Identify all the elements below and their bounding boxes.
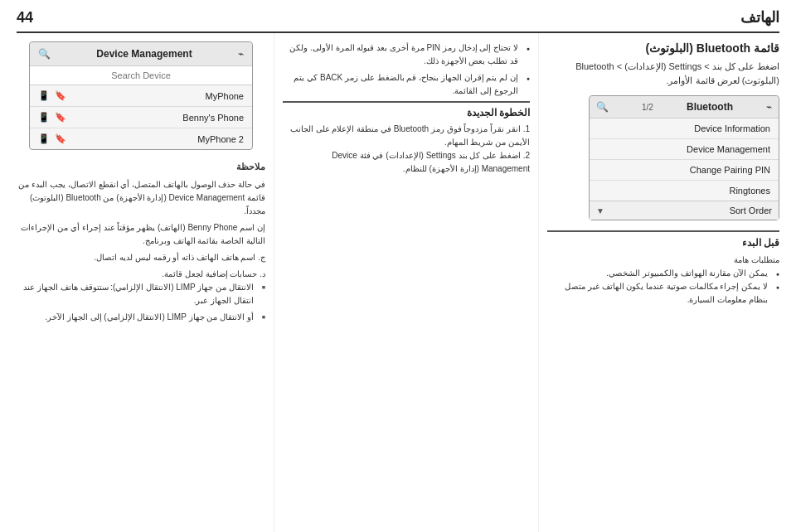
device-list: 📱 🔖 MyPhone 📱 🔖 Benny's Phone	[30, 85, 252, 149]
columns: قائمة Bluetooth (البلوتوث) اضغط على كل ب…	[0, 33, 796, 532]
bullet-item-2: لا يمكن إجراء مكالمات صوتية عندما يكون ا…	[547, 280, 779, 307]
page-container: الهاتف 44 قائمة Bluetooth (البلوتوث) اضغ…	[0, 0, 796, 532]
middle-section1-label: الخطوة الجديدة	[283, 101, 530, 118]
page-title: الهاتف	[740, 8, 779, 27]
note-sub-1: الانتقال من جهاز LIMP (الانتقال الإلزامي…	[17, 281, 265, 307]
device-panel: ⌁ Device Management 🔍 📱 🔖 MyPhone	[29, 41, 253, 150]
device-1-name: MyPhone	[66, 91, 244, 101]
bt-menu-list: Device Information Device Management Cha…	[590, 118, 779, 201]
device-panel-search-icon[interactable]: 🔍	[38, 48, 51, 60]
device-panel-title: Device Management	[96, 48, 192, 60]
device-panel-bt-icon: ⌁	[238, 48, 244, 60]
middle-step2: 2. اضغط على كل بند Settings (الإعدادات) …	[283, 149, 530, 176]
device-1-phone-icon: 📱	[38, 90, 50, 101]
device-2-icons: 📱 🔖	[38, 112, 66, 123]
device-item-1[interactable]: 📱 🔖 MyPhone	[30, 85, 252, 107]
device-3-icons: 📱 🔖	[38, 133, 66, 144]
bt-page-indicator: 1/2	[642, 103, 653, 112]
middle-bullet-1: لا تحتاج إلى إدخال رمز PIN مرة أخرى بعد …	[283, 41, 530, 68]
note-section: ملاحظة في حالة حذف الوصول بالهاتف المتصل…	[17, 160, 265, 324]
device-1-icons: 📱 🔖	[38, 90, 66, 101]
note-para-2: إن اسم Benny Phone (الهاتف) يظهر مؤقتاً …	[17, 221, 265, 248]
device-3-bookmark-icon: 🔖	[55, 133, 66, 144]
bt-sort-order-label: Sort Order	[730, 206, 772, 215]
middle-step1: 1. انقر نقراً مزدوجاً فوق رمز Bluetooth …	[283, 123, 530, 149]
right-section1-text: اضغط على كل بند > Settings (الإعدادات) >…	[547, 60, 779, 87]
note-para-1: في حالة حذف الوصول بالهاتف المتصل، أي ان…	[17, 178, 265, 218]
bluetooth-icon: ⌁	[766, 101, 772, 113]
middle-bullet-2: إن لم يتم إقران الجهاز بنجاح، قم بالضغط …	[283, 71, 530, 98]
page-header: الهاتف 44	[17, 8, 779, 33]
right-section2-heading: قبل البدء	[547, 230, 779, 249]
bullet-item-1: يمكن الآن مقارنة الهواتف والكمبيوتر الشخ…	[547, 267, 779, 280]
bt-panel-header: ⌁ Bluetooth 1/2 🔍	[590, 96, 779, 118]
right-column: قائمة Bluetooth (البلوتوث) اضغط على كل ب…	[539, 33, 796, 532]
note-para-4: د. حسابات إضافية لجعل قائمة.	[17, 268, 265, 281]
bluetooth-panel: ⌁ Bluetooth 1/2 🔍 Device Information Dev…	[589, 95, 779, 220]
device-2-phone-icon: 📱	[38, 112, 50, 123]
bt-panel-title: Bluetooth	[687, 101, 733, 113]
device-item-3[interactable]: 📱 🔖 MyPhone 2	[30, 128, 252, 149]
device-search-bar[interactable]	[30, 66, 252, 85]
bt-menu-change-pin[interactable]: Change Pairing PIN	[590, 160, 779, 181]
note-heading: ملاحظة	[17, 160, 265, 175]
bt-dropdown-arrow-icon: ▼	[596, 206, 604, 215]
device-item-2[interactable]: 📱 🔖 Benny's Phone	[30, 107, 252, 128]
bt-search-icon[interactable]: 🔍	[596, 101, 609, 113]
note-para-3: ج. اسم هاتف الهاتف ذاته أو رقمه ليس لديه…	[17, 251, 265, 264]
page-number: 44	[17, 9, 33, 27]
bt-sort-order-row[interactable]: Sort Order ▼	[590, 201, 779, 220]
right-section1-title: قائمة Bluetooth (البلوتوث)	[547, 41, 779, 55]
middle-column: لا تحتاج إلى إدخال رمز PIN مرة أخرى بعد …	[274, 33, 539, 532]
right-section2-subtitle: متطلبات هامة	[547, 254, 779, 267]
device-2-bookmark-icon: 🔖	[55, 112, 66, 123]
device-3-phone-icon: 📱	[38, 133, 50, 144]
device-2-name: Benny's Phone	[66, 113, 244, 123]
device-search-input[interactable]	[36, 70, 245, 80]
bt-menu-ringtones[interactable]: Ringtones	[590, 181, 779, 201]
right-section2-bullets: يمكن الآن مقارنة الهواتف والكمبيوتر الشخ…	[547, 267, 779, 307]
device-panel-header: ⌁ Device Management 🔍	[30, 42, 252, 66]
bt-menu-device-info[interactable]: Device Information	[590, 118, 779, 139]
device-1-bookmark-icon: 🔖	[55, 90, 66, 101]
middle-section1: الخطوة الجديدة 1. انقر نقراً مزدوجاً فوق…	[283, 101, 530, 176]
bt-menu-device-mgmt[interactable]: Device Management	[590, 139, 779, 160]
left-column: ⌁ Device Management 🔍 📱 🔖 MyPhone	[0, 33, 274, 532]
note-sub-2: أو الانتقال من جهاز LIMP (الانتقال الإلز…	[17, 311, 265, 324]
device-3-name: MyPhone 2	[66, 134, 244, 144]
